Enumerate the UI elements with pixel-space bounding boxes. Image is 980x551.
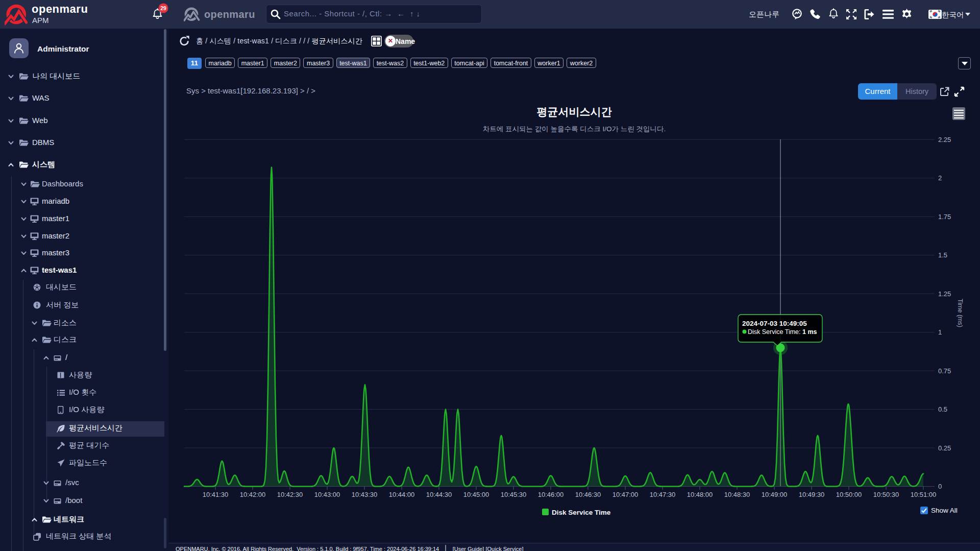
svg-text:10:42:00: 10:42:00 [240,491,266,498]
svg-text:1.5: 1.5 [938,251,947,259]
svg-text:10:46:30: 10:46:30 [575,491,601,498]
svg-text:29: 29 [160,5,166,11]
svg-text:10:45:00: 10:45:00 [463,491,489,498]
svg-text:10:45:30: 10:45:30 [501,491,527,498]
svg-text:10:49:00: 10:49:00 [762,491,788,498]
svg-text:Disk Service Time: 1 ms: Disk Service Time: 1 ms [748,328,817,336]
svg-text:10:42:30: 10:42:30 [277,491,303,498]
svg-text:10:44:00: 10:44:00 [389,491,415,498]
svg-text:2: 2 [938,174,942,182]
svg-text:1.75: 1.75 [938,213,951,221]
svg-text:2024-07-03 10:49:05: 2024-07-03 10:49:05 [742,320,807,327]
svg-text:10:48:00: 10:48:00 [687,491,713,498]
svg-text:1: 1 [938,328,942,336]
svg-text:10:41:30: 10:41:30 [203,491,229,498]
svg-text:10:46:00: 10:46:00 [538,491,564,498]
svg-text:0.5: 0.5 [938,405,947,413]
svg-text:0.75: 0.75 [938,367,951,375]
svg-text:10:44:30: 10:44:30 [426,491,452,498]
svg-text:0.25: 0.25 [938,444,951,452]
svg-text:10:51:00: 10:51:00 [911,491,937,498]
svg-text:10:43:00: 10:43:00 [314,491,340,498]
svg-text:10:50:00: 10:50:00 [836,491,862,498]
svg-text:0: 0 [938,483,942,490]
svg-text:Time (ms): Time (ms) [957,299,964,327]
svg-text:10:48:30: 10:48:30 [724,491,750,498]
svg-text:1.25: 1.25 [938,290,951,298]
svg-text:2.25: 2.25 [938,136,951,143]
svg-text:10:49:30: 10:49:30 [799,491,825,498]
svg-text:Disk Service Time: Disk Service Time [552,509,611,516]
svg-text:10:47:00: 10:47:00 [612,491,639,498]
svg-text:10:47:30: 10:47:30 [650,491,676,498]
svg-text:10:50:30: 10:50:30 [873,491,899,498]
svg-text:10:43:30: 10:43:30 [352,491,378,498]
